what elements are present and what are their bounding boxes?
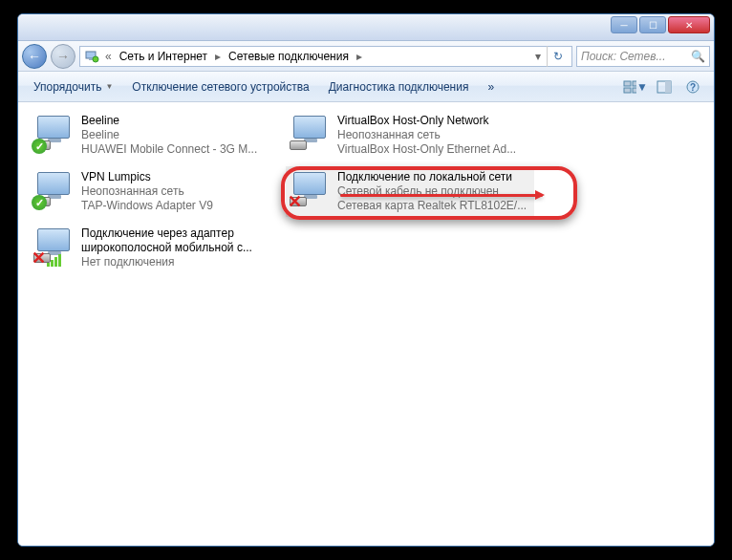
connection-status: Неопознанная сеть (337, 128, 530, 142)
refresh-button[interactable]: ↻ (547, 46, 568, 67)
search-icon: 🔍 (691, 50, 705, 63)
svg-point-2 (93, 56, 98, 62)
view-mode-button[interactable]: ▼ (622, 76, 649, 97)
maximize-button[interactable]: ☐ (639, 16, 666, 33)
search-placeholder: Поиск: Сетев... (581, 50, 666, 63)
connection-item[interactable]: ✓ VPN Lumpics Неопознанная сеть TAP-Wind… (30, 166, 278, 217)
disable-label: Отключение сетевого устройства (132, 80, 309, 94)
more-label: » (487, 80, 494, 94)
annotation-underline-arrow (340, 194, 543, 197)
command-bar: Упорядочить ▼ Отключение сетевого устрой… (18, 72, 714, 102)
back-button[interactable]: ← (22, 44, 47, 69)
disable-device-button[interactable]: Отключение сетевого устройства (124, 76, 316, 97)
minimize-button[interactable]: ─ (611, 16, 637, 33)
connection-device: TAP-Windows Adapter V9 (81, 199, 274, 213)
chevron-right-icon[interactable]: ▸ (355, 50, 364, 63)
connection-item[interactable]: VirtualBox Host-Only Network Неопознанна… (286, 110, 534, 161)
chevron-down-icon: ▼ (105, 82, 113, 91)
breadcrumb-sep: « (103, 50, 114, 63)
connection-status: Beeline (81, 128, 274, 142)
check-icon: ✓ (32, 195, 47, 210)
more-commands-button[interactable]: » (480, 76, 502, 97)
connection-name: VPN Lumpics (81, 170, 274, 184)
breadcrumb-part1[interactable]: Сеть и Интернет (118, 50, 209, 63)
svg-rect-5 (624, 88, 631, 93)
navigation-bar: ← → « Сеть и Интернет ▸ Сетевые подключе… (18, 41, 714, 72)
diagnose-label: Диагностика подключения (329, 80, 469, 94)
connection-item[interactable]: ✓ Beeline Beeline HUAWEI Mobile Connect … (30, 110, 278, 161)
connection-device: VirtualBox Host-Only Ethernet Ad... (337, 142, 530, 157)
connection-device: HUAWEI Mobile Connect - 3G M... (81, 142, 274, 157)
preview-pane-button[interactable] (651, 76, 678, 97)
close-button[interactable]: ✕ (668, 16, 710, 33)
forward-button[interactable]: → (51, 44, 75, 69)
explorer-window: ─ ☐ ✕ ← → « Сеть и Интернет ▸ Сетевые по… (17, 13, 715, 547)
help-button[interactable]: ? (679, 76, 706, 97)
chevron-right-icon[interactable]: ▸ (213, 50, 223, 63)
connection-status: Нет подключения (81, 255, 274, 269)
breadcrumb-part2[interactable]: Сетевые подключения (226, 50, 351, 63)
address-dropdown-icon[interactable]: ▾ (533, 50, 543, 63)
connection-status: Неопознанная сеть (81, 184, 274, 199)
signal-bars-icon (47, 251, 62, 267)
connection-item[interactable]: ✕ Подключение через адаптер широкополосн… (30, 223, 278, 273)
titlebar[interactable]: ─ ☐ ✕ (18, 14, 714, 41)
network-adapter-icon: ✓ (33, 170, 74, 208)
connection-name: Подключение через адаптер широкополосной… (81, 226, 274, 255)
chevron-down-icon: ▼ (636, 80, 648, 94)
search-input[interactable]: Поиск: Сетев... 🔍 (576, 46, 710, 67)
svg-rect-1 (89, 58, 93, 60)
network-adapter-icon: ✕ (33, 226, 74, 265)
network-adapter-icon (290, 114, 330, 152)
organize-button[interactable]: Упорядочить ▼ (26, 76, 120, 97)
connection-name: VirtualBox Host-Only Network (337, 114, 530, 128)
address-bar[interactable]: « Сеть и Интернет ▸ Сетевые подключения … (79, 46, 572, 67)
x-icon: ✕ (32, 251, 47, 267)
annotation-highlight (281, 166, 577, 220)
diagnose-button[interactable]: Диагностика подключения (321, 76, 477, 97)
network-icon (84, 49, 99, 64)
svg-rect-3 (624, 81, 631, 86)
connection-name: Beeline (81, 114, 274, 128)
network-adapter-icon: ✓ (33, 114, 74, 152)
organize-label: Упорядочить (33, 80, 101, 94)
check-icon: ✓ (32, 139, 47, 154)
svg-text:?: ? (690, 82, 696, 93)
svg-rect-8 (665, 81, 671, 93)
